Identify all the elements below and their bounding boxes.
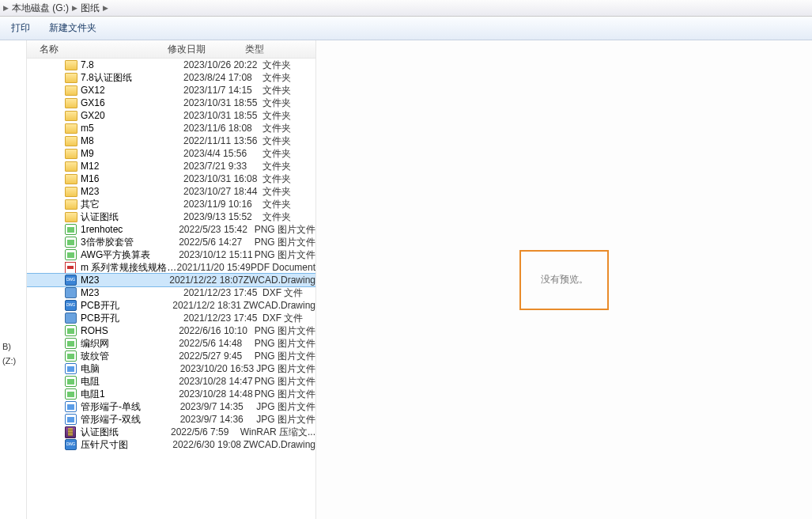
file-name: m 系列常规接线规格_（修订版） xyxy=(65,261,177,275)
file-name: m5 xyxy=(65,123,183,134)
file-row[interactable]: m 系列常规接线规格_（修订版）2021/11/20 15:49PDF Docu… xyxy=(27,261,315,274)
nav-drive-z[interactable]: (Z:) xyxy=(0,355,26,366)
file-name: AWG平方换算表 xyxy=(65,248,179,262)
file-date: 2023/10/28 14:47 xyxy=(179,376,255,387)
file-row[interactable]: M232021/12/23 17:45DXF 文件 xyxy=(27,286,315,299)
file-row[interactable]: 玻纹管2022/5/27 9:45PNG 图片文件 xyxy=(27,350,315,362)
file-row[interactable]: M162023/10/31 16:08文件夹 xyxy=(27,172,315,185)
no-preview-text: 没有预览。 xyxy=(541,273,588,286)
folder-icon xyxy=(65,59,77,70)
file-row[interactable]: 压针尺寸图2022/6/30 19:08ZWCAD.Drawing xyxy=(27,438,315,451)
file-row[interactable]: GX122023/11/7 14:15文件夹 xyxy=(27,84,315,97)
file-date: 2022/6/30 19:08 xyxy=(172,439,243,450)
file-row[interactable]: 1renhotec2022/5/23 15:42PNG 图片文件 xyxy=(27,223,315,236)
file-row[interactable]: 认证图纸2022/5/6 7:59WinRAR 压缩文... xyxy=(27,426,315,438)
file-name: M23 xyxy=(65,186,183,197)
file-type: 文件夹 xyxy=(262,210,315,224)
file-row[interactable]: PCB开孔2021/12/23 17:45DXF 文件 xyxy=(27,312,315,324)
png-icon xyxy=(65,376,77,387)
file-name: 7.8认证图纸 xyxy=(65,71,183,85)
png-icon xyxy=(65,237,77,248)
file-name: 管形端子-双线 xyxy=(65,413,180,426)
file-date: 2023/10/26 20:22 xyxy=(183,59,262,70)
nav-tree[interactable]: B) (Z:) xyxy=(0,40,27,519)
file-type: ZWCAD.Drawing xyxy=(244,275,315,286)
file-date: 2023/10/28 14:48 xyxy=(179,388,255,400)
file-type: WinRAR 压缩文... xyxy=(240,426,315,439)
file-date: 2023/10/20 16:53 xyxy=(180,363,257,374)
file-row[interactable]: 电阻12023/10/28 14:48PNG 图片文件 xyxy=(27,388,315,400)
file-date: 2022/11/11 13:56 xyxy=(183,135,262,146)
file-name: PCB开孔 xyxy=(65,312,183,325)
folder-icon xyxy=(65,110,77,121)
breadcrumb-folder[interactable]: 图纸 xyxy=(81,2,100,15)
file-row[interactable]: ROHS2022/6/16 10:10PNG 图片文件 xyxy=(27,324,315,337)
file-type: PNG 图片文件 xyxy=(255,350,315,363)
file-row[interactable]: M232023/10/27 18:44文件夹 xyxy=(27,185,315,198)
file-type: PNG 图片文件 xyxy=(255,388,315,401)
jpg-icon xyxy=(65,363,77,374)
png-icon xyxy=(65,338,77,349)
folder-icon xyxy=(65,161,77,172)
column-name[interactable]: 名称 xyxy=(27,43,168,56)
file-row[interactable]: 电脑2023/10/20 16:53JPG 图片文件 xyxy=(27,362,315,375)
preview-pane: 没有预览。 xyxy=(316,40,812,519)
file-row[interactable]: 认证图纸2023/9/13 15:52文件夹 xyxy=(27,210,315,223)
folder-icon xyxy=(65,148,77,159)
jpg-icon xyxy=(65,401,77,412)
file-name: 7.8 xyxy=(65,59,183,70)
file-row[interactable]: 其它2023/11/9 10:16文件夹 xyxy=(27,198,315,210)
file-row[interactable]: 7.82023/10/26 20:22文件夹 xyxy=(27,59,315,71)
file-date: 2022/5/6 7:59 xyxy=(171,426,240,438)
file-type: PNG 图片文件 xyxy=(255,324,315,338)
file-name: 玻纹管 xyxy=(65,350,179,363)
file-type: DXF 文件 xyxy=(262,286,315,300)
address-bar[interactable]: ▶ 本地磁盘 (G:) ▶ 图纸 ▶ xyxy=(0,0,812,17)
breadcrumb-sep-icon: ▶ xyxy=(3,4,9,12)
file-row[interactable]: M82022/11/11 13:56文件夹 xyxy=(27,134,315,147)
breadcrumb-sep-icon: ▶ xyxy=(72,4,77,12)
folder-icon xyxy=(65,199,77,210)
dxf-icon xyxy=(65,313,77,324)
nav-drive-b[interactable]: B) xyxy=(0,341,26,352)
column-headers[interactable]: 名称 修改日期 类型 xyxy=(27,40,315,59)
png-icon xyxy=(65,249,77,260)
file-type: JPG 图片文件 xyxy=(256,413,315,426)
file-name: 3倍带胶套管 xyxy=(65,236,179,249)
file-row[interactable]: GX162023/10/31 18:55文件夹 xyxy=(27,97,315,109)
file-date: 2023/10/31 18:55 xyxy=(183,97,262,108)
new-folder-button[interactable]: 新建文件夹 xyxy=(49,21,96,35)
column-type[interactable]: 类型 xyxy=(245,43,315,56)
file-date: 2022/6/16 10:10 xyxy=(179,325,255,336)
file-row[interactable]: 编织网2022/5/6 14:48PNG 图片文件 xyxy=(27,337,315,350)
zwcad-icon xyxy=(65,300,77,311)
folder-icon xyxy=(65,135,77,146)
breadcrumb-disk[interactable]: 本地磁盘 (G:) xyxy=(12,2,69,15)
file-name: 电脑 xyxy=(65,362,180,376)
file-row[interactable]: 3倍带胶套管2022/5/6 14:27PNG 图片文件 xyxy=(27,236,315,248)
column-date[interactable]: 修改日期 xyxy=(168,43,245,56)
print-button[interactable]: 打印 xyxy=(11,21,30,35)
file-name: 管形端子-单线 xyxy=(65,400,180,414)
toolbar: 打印 新建文件夹 xyxy=(0,17,812,40)
file-row[interactable]: M122023/7/21 9:33文件夹 xyxy=(27,160,315,172)
file-row[interactable]: GX202023/10/31 18:55文件夹 xyxy=(27,109,315,122)
file-row[interactable]: 管形端子-双线2023/9/7 14:36JPG 图片文件 xyxy=(27,413,315,426)
file-row[interactable]: M232021/12/22 18:07ZWCAD.Drawing xyxy=(27,274,315,286)
file-type: PNG 图片文件 xyxy=(255,223,315,237)
file-row[interactable]: PCB开孔2021/12/2 18:31ZWCAD.Drawing xyxy=(27,299,315,312)
file-row[interactable]: AWG平方换算表2023/10/12 15:11PNG 图片文件 xyxy=(27,248,315,261)
file-row[interactable]: 管形端子-单线2023/9/7 14:35JPG 图片文件 xyxy=(27,400,315,413)
file-row[interactable]: 电阻2023/10/28 14:47PNG 图片文件 xyxy=(27,375,315,388)
file-type: 文件夹 xyxy=(262,198,315,211)
file-type: PDF Document xyxy=(251,262,315,273)
file-date: 2022/5/27 9:45 xyxy=(179,350,255,362)
file-list: 名称 修改日期 类型 7.82023/10/26 20:22文件夹7.8认证图纸… xyxy=(27,40,316,519)
file-row[interactable]: 7.8认证图纸2023/8/24 17:08文件夹 xyxy=(27,71,315,84)
file-date: 2023/9/7 14:35 xyxy=(180,401,257,412)
folder-icon xyxy=(65,97,77,108)
file-type: ZWCAD.Drawing xyxy=(244,439,315,450)
file-type: 文件夹 xyxy=(262,147,315,161)
file-row[interactable]: m52023/11/6 18:08文件夹 xyxy=(27,122,315,134)
file-row[interactable]: M92023/4/4 15:56文件夹 xyxy=(27,147,315,160)
